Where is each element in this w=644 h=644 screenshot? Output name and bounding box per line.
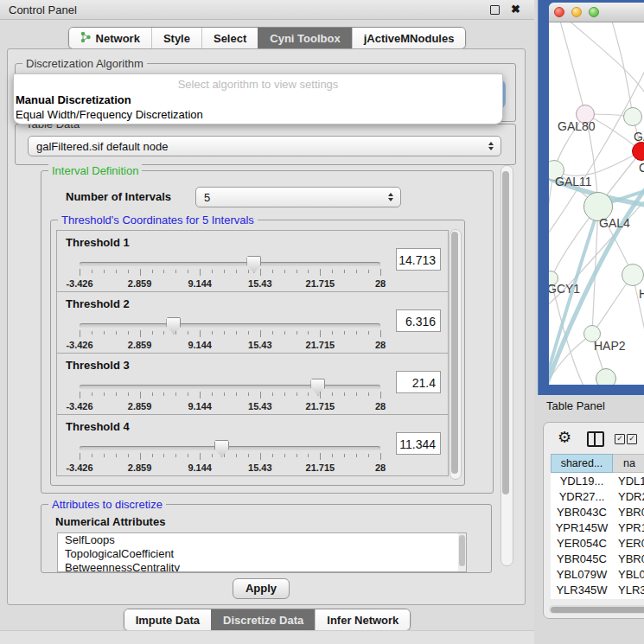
- tick-mark: [224, 454, 225, 457]
- tick-mark: [356, 270, 357, 273]
- tick-mark: [224, 270, 225, 273]
- table-row[interactable]: YER054CYER0: [551, 535, 644, 551]
- node-attribute-table: shared... na YDL19...YDL1YDR27...YDR2YBR…: [551, 454, 644, 599]
- apply-button[interactable]: Apply: [233, 578, 290, 599]
- tick-mark: [200, 453, 201, 460]
- tab-jactivemnodules[interactable]: jActiveMNodules: [352, 28, 466, 48]
- numerical-attributes-label: Numerical Attributes: [55, 515, 165, 528]
- tab-select[interactable]: Select: [201, 28, 258, 48]
- tick-mark: [104, 331, 105, 335]
- tick-mark: [380, 330, 381, 337]
- tick-mark: [368, 270, 369, 273]
- tick-mark: [260, 392, 261, 399]
- threshold-value-field[interactable]: 21.4: [396, 371, 441, 393]
- slider-track[interactable]: [80, 262, 380, 266]
- tab-style[interactable]: Style: [151, 28, 201, 48]
- slider-track[interactable]: [80, 385, 380, 389]
- tab-network[interactable]: Network: [69, 28, 151, 48]
- tick-mark: [332, 331, 333, 335]
- tick-mark: [284, 454, 285, 457]
- split-view-icon[interactable]: [587, 431, 604, 447]
- network-canvas: GAL80GACGAL11GAL4GCY1HHAP2: [549, 22, 644, 385]
- close-icon[interactable]: ✖: [511, 3, 520, 16]
- table-row[interactable]: YDL19...YDL1: [551, 473, 644, 488]
- dropdown-option-manual-discretization[interactable]: Manual Discretization: [16, 93, 502, 106]
- combo-stepper-icon: [488, 142, 494, 150]
- threshold-slider[interactable]: -3.4262.8599.14415.4321.71528: [57, 315, 448, 353]
- table-row[interactable]: YBL079WYBL0: [551, 566, 644, 582]
- tab-discretize-data[interactable]: Discretize Data: [211, 609, 315, 630]
- slider-track[interactable]: [80, 446, 380, 450]
- scrollbar-thumb[interactable]: [451, 232, 458, 474]
- tab-impute-data[interactable]: Impute Data: [124, 609, 211, 630]
- threshold-rows: Threshold 1-3.4262.8599.14415.4321.71528…: [56, 231, 449, 476]
- table-cell-shared-name: YER054C: [551, 537, 613, 550]
- slider-scale: -3.4262.8599.14415.4321.71528: [80, 401, 380, 411]
- dropdown-option-equal-width[interactable]: Equal Width/Frequency Discretization: [16, 108, 502, 121]
- tab-label: Style: [163, 32, 190, 45]
- threshold-slider[interactable]: -3.4262.8599.14415.4321.71528: [57, 437, 448, 475]
- minimize-traffic-light-icon[interactable]: [571, 7, 582, 17]
- attribute-list-item[interactable]: BetweennessCentrality: [58, 561, 466, 572]
- attributes-scrollbar[interactable]: [458, 533, 466, 571]
- slider-scale-label: 28: [375, 462, 386, 473]
- attribute-list-item[interactable]: TopologicalCoefficient: [58, 547, 466, 561]
- table-hscrollbar[interactable]: [549, 605, 644, 614]
- tick-mark: [175, 392, 176, 396]
- table-row[interactable]: YBR043CYBR0: [551, 504, 644, 520]
- float-window-icon[interactable]: [490, 5, 500, 15]
- tab-cyni-toolbox[interactable]: Cyni Toolbox: [258, 28, 351, 48]
- column-header-name[interactable]: na: [613, 454, 644, 473]
- number-of-intervals-combobox[interactable]: 5: [195, 187, 401, 207]
- threshold-row: Threshold 4-3.4262.8599.14415.4321.71528…: [56, 414, 449, 476]
- table-row[interactable]: YLR345WYLR3: [551, 582, 644, 597]
- tick-mark: [128, 270, 129, 273]
- node[interactable]: [596, 368, 616, 385]
- checkbox-icon[interactable]: ✓: [627, 434, 637, 444]
- scrollbar-thumb[interactable]: [551, 607, 644, 613]
- tick-mark: [320, 453, 321, 460]
- slider-scale-label: 21.715: [306, 278, 335, 289]
- control-panel: Control Panel ✖ Network Style: [0, 0, 534, 644]
- table-row[interactable]: YIL052CYIL0: [551, 597, 644, 599]
- slider-track[interactable]: [80, 323, 380, 328]
- tick-mark: [368, 331, 369, 335]
- column-header-shared-name[interactable]: shared...: [551, 454, 613, 473]
- node[interactable]: [622, 264, 644, 286]
- tick-mark: [104, 454, 105, 457]
- close-traffic-light-icon[interactable]: [554, 7, 564, 17]
- attribute-list-item[interactable]: SelfLoops: [58, 533, 466, 547]
- threshold-value-field[interactable]: 6.316: [396, 309, 441, 332]
- gear-icon[interactable]: ⚙: [558, 428, 571, 447]
- threshold-value-field[interactable]: 14.713: [396, 248, 441, 271]
- tick-mark: [128, 392, 129, 396]
- zoom-traffic-light-icon[interactable]: [589, 7, 599, 17]
- thresholds-scrollbar[interactable]: [450, 229, 462, 480]
- table-row[interactable]: YBR045CYBR0: [551, 551, 644, 566]
- threshold-slider[interactable]: -3.4262.8599.14415.4321.71528: [57, 253, 448, 291]
- thresholds-group: Threshold's Coordinates for 5 Intervals …: [50, 220, 465, 486]
- table-cell-name: YDL1: [613, 475, 644, 488]
- combo-value: 5: [204, 191, 210, 204]
- table-row[interactable]: YDR27...YDR2: [551, 488, 644, 504]
- table-data-group: Table Data galFiltered.sif default node: [15, 124, 516, 165]
- combo-value: galFiltered.sif default node: [36, 140, 168, 153]
- tick-mark: [116, 270, 117, 273]
- tab-infer-network[interactable]: Infer Network: [315, 609, 410, 630]
- tick-mark: [140, 453, 141, 460]
- threshold-value-field[interactable]: 11.344: [396, 432, 441, 455]
- table-row[interactable]: YPR145WYPR1: [551, 520, 644, 535]
- tick-mark: [356, 392, 357, 396]
- node[interactable]: [623, 107, 642, 126]
- panel-scrollbar[interactable]: [501, 165, 513, 566]
- tick-mark: [80, 392, 80, 399]
- scrollbar-thumb[interactable]: [502, 171, 509, 494]
- node-label: H: [639, 287, 644, 301]
- table-panel-title: Table Panel: [546, 399, 605, 412]
- tick-mark: [188, 331, 188, 335]
- threshold-slider[interactable]: -3.4262.8599.14415.4321.71528: [57, 376, 448, 414]
- checkbox-icon[interactable]: ✓: [615, 434, 625, 444]
- table-data-combobox[interactable]: galFiltered.sif default node: [28, 136, 501, 156]
- scrollbar-thumb[interactable]: [459, 535, 465, 566]
- table-cell-shared-name: YBR043C: [551, 506, 613, 519]
